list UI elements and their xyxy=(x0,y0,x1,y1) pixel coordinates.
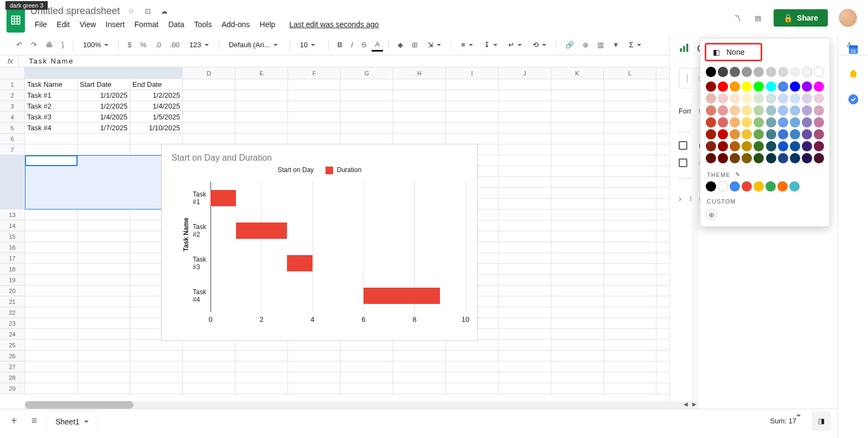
cell[interactable]: Task #1 xyxy=(25,166,78,176)
row-header[interactable]: 18 xyxy=(0,264,25,274)
cell[interactable] xyxy=(341,123,393,133)
cell[interactable] xyxy=(25,285,78,296)
color-swatch[interactable] xyxy=(802,81,812,92)
color-swatch[interactable] xyxy=(814,129,824,139)
cell[interactable] xyxy=(393,101,446,111)
color-swatch[interactable] xyxy=(766,93,776,104)
color-swatch[interactable] xyxy=(777,181,788,192)
color-swatch[interactable] xyxy=(742,81,752,92)
edit-theme-icon[interactable]: ✎ xyxy=(735,171,741,178)
cell[interactable] xyxy=(551,285,604,296)
cell[interactable] xyxy=(604,155,656,166)
cell[interactable] xyxy=(25,210,78,220)
star-icon[interactable]: ☆ xyxy=(126,6,136,16)
cell[interactable] xyxy=(393,340,446,350)
color-swatch[interactable] xyxy=(718,93,728,104)
bar-duration[interactable] xyxy=(210,190,236,206)
italic-icon[interactable]: I xyxy=(348,39,356,51)
cell[interactable] xyxy=(551,275,604,285)
cell[interactable] xyxy=(551,361,604,372)
cell[interactable] xyxy=(551,372,604,383)
row-header[interactable]: 23 xyxy=(0,318,25,328)
borders-icon[interactable]: ⊞ xyxy=(409,39,421,51)
color-swatch[interactable] xyxy=(814,105,824,116)
cell[interactable] xyxy=(393,79,446,90)
row-header[interactable]: 13 xyxy=(0,210,25,220)
color-swatch[interactable] xyxy=(766,105,776,116)
cell[interactable] xyxy=(499,383,551,393)
color-swatch[interactable] xyxy=(730,141,740,151)
cell[interactable] xyxy=(446,134,499,144)
chart-icon[interactable]: ▥ xyxy=(594,39,607,51)
color-swatch[interactable] xyxy=(778,93,788,104)
cell[interactable] xyxy=(341,134,393,144)
color-swatch[interactable] xyxy=(742,181,752,192)
cell[interactable]: 0 xyxy=(78,166,130,176)
row-header[interactable]: 1 xyxy=(0,79,25,90)
cell[interactable] xyxy=(78,329,130,339)
cell[interactable]: Task #1 xyxy=(25,90,78,100)
cell[interactable] xyxy=(25,361,78,372)
cell[interactable] xyxy=(551,166,604,176)
cell[interactable] xyxy=(341,79,393,90)
cell[interactable] xyxy=(551,329,604,339)
cell[interactable] xyxy=(25,242,78,252)
cell[interactable] xyxy=(499,134,551,144)
cell[interactable] xyxy=(78,134,130,144)
cell[interactable] xyxy=(25,318,78,328)
cell[interactable] xyxy=(499,79,551,90)
cell[interactable] xyxy=(604,90,656,100)
vertical-scrollbar[interactable] xyxy=(691,67,699,401)
color-swatch[interactable] xyxy=(778,117,788,128)
cell[interactable] xyxy=(25,275,78,285)
cell[interactable] xyxy=(393,134,446,144)
color-swatch[interactable] xyxy=(778,67,788,77)
color-swatch[interactable] xyxy=(742,153,752,163)
cell[interactable] xyxy=(78,231,130,242)
text-color-icon[interactable]: A xyxy=(372,39,383,52)
color-swatch[interactable] xyxy=(778,105,788,116)
cell[interactable] xyxy=(499,329,551,339)
color-swatch[interactable] xyxy=(802,93,812,104)
row-header[interactable]: 19 xyxy=(0,275,25,285)
menu-tools[interactable]: Tools xyxy=(190,18,216,31)
font-size-select[interactable]: 10 xyxy=(296,39,323,51)
row-header[interactable]: 6 xyxy=(0,134,25,144)
currency-icon[interactable]: $ xyxy=(124,39,135,51)
color-swatch[interactable] xyxy=(790,81,800,92)
cell[interactable] xyxy=(25,329,78,339)
cell[interactable] xyxy=(551,210,604,220)
cell[interactable] xyxy=(288,112,341,122)
cell[interactable]: Task #4 xyxy=(25,123,78,133)
cell[interactable] xyxy=(130,134,183,144)
cell[interactable] xyxy=(604,210,656,220)
color-swatch[interactable] xyxy=(730,67,740,77)
row-header[interactable]: 2 xyxy=(0,90,25,100)
link-icon[interactable]: 🔗 xyxy=(562,39,577,51)
row-header[interactable]: 28 xyxy=(0,372,25,383)
share-button[interactable]: 🔒 Share xyxy=(774,9,828,27)
cell[interactable] xyxy=(78,351,130,361)
color-swatch[interactable] xyxy=(742,67,752,77)
color-swatch[interactable] xyxy=(706,129,716,139)
add-custom-color-icon[interactable]: ⊕ xyxy=(706,209,717,220)
cell[interactable] xyxy=(604,285,656,296)
color-swatch[interactable] xyxy=(730,117,740,128)
cell[interactable] xyxy=(78,253,130,263)
color-swatch[interactable] xyxy=(730,105,740,116)
cell[interactable]: 3 xyxy=(78,188,130,198)
print-icon[interactable]: 🖶 xyxy=(42,39,56,51)
sheets-logo-icon[interactable] xyxy=(7,8,25,33)
cell[interactable] xyxy=(499,155,551,166)
cell[interactable] xyxy=(499,253,551,263)
cell[interactable] xyxy=(499,123,551,133)
rotate-icon[interactable]: ⟲ xyxy=(528,39,551,51)
bar-duration[interactable] xyxy=(363,288,440,304)
cell[interactable] xyxy=(183,101,235,111)
horizontal-scrollbar[interactable]: ◀▶ xyxy=(25,401,699,409)
all-sheets-icon[interactable]: ≡ xyxy=(27,415,42,427)
cell[interactable] xyxy=(604,144,656,155)
cell[interactable] xyxy=(551,112,604,122)
cell[interactable] xyxy=(130,383,183,393)
color-swatch[interactable] xyxy=(814,81,824,92)
